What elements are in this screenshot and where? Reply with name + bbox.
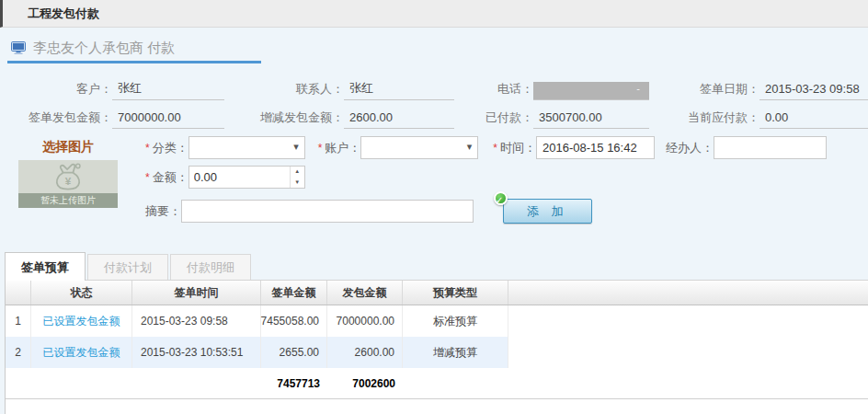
current-payable-value: 0.00	[760, 110, 868, 129]
image-placeholder[interactable]: ¥ 暂未上传图片	[18, 160, 118, 208]
amount-input[interactable]	[189, 167, 290, 188]
add-button[interactable]: ✓ 添 加	[503, 199, 592, 224]
phone-label: 电话：	[462, 81, 533, 100]
total-sign-amount: 7457713	[261, 368, 327, 398]
spinner-up-icon[interactable]: ▲	[291, 167, 304, 178]
paid-field: 已付款： 3500700.00	[462, 100, 657, 129]
status-link[interactable]: 已设置发包金额	[43, 345, 120, 361]
row-sign-amount: 2655.00	[261, 337, 327, 368]
current-payable-field: 当前应付款： 0.00	[657, 100, 868, 129]
row-status-cell: 已设置发包金额	[31, 337, 132, 368]
sign-contract-amount-label: 签单发包金额：	[0, 109, 112, 129]
table-row[interactable]: 2 已设置发包金额 2015-03-23 10:53:51 2655.00 26…	[6, 337, 868, 368]
window-titlebar: 工程发包付款	[0, 0, 868, 28]
status-link[interactable]: 已设置发包金额	[43, 314, 120, 329]
category-label: 分类：	[153, 140, 188, 156]
customer-value: 张红	[112, 80, 224, 100]
table-row[interactable]: 1 已设置发包金额 2015-03-23 09:58 7455058.00 70…	[6, 305, 868, 337]
header-sign-time: 签单时间	[132, 281, 261, 305]
spinner-down-icon[interactable]: ▼	[291, 178, 304, 189]
monitor-icon	[11, 41, 26, 54]
chevron-down-icon: ▾	[467, 141, 473, 153]
summary-label: 摘要：	[145, 203, 181, 220]
sign-contract-amount-value: 7000000.00	[112, 110, 224, 129]
row-index: 2	[6, 337, 31, 368]
header-filler	[508, 281, 868, 305]
add-button-label: 添 加	[527, 204, 568, 218]
row-sign-time: 2015-03-23 10:53:51	[132, 337, 261, 368]
operator-label: 经办人：	[666, 140, 714, 156]
sign-date-label: 签单日期：	[657, 81, 760, 100]
image-placeholder-caption: 暂未上传图片	[18, 193, 118, 208]
order-info-grid: 客户： 张红 联系人： 张红 电话： - 签单日期： 2015-03-23 09…	[0, 63, 868, 129]
required-mark: *	[493, 142, 497, 155]
tab-label: 签单预算	[21, 260, 69, 274]
paid-label: 已付款：	[462, 109, 533, 129]
section-header: 李忠友个人承包商 付款	[11, 38, 868, 58]
row-sign-time: 2015-03-23 09:58	[132, 305, 261, 337]
svg-text:¥: ¥	[65, 175, 72, 187]
required-mark: *	[318, 142, 323, 155]
header-status: 状态	[31, 281, 132, 305]
table-header-row: 状态 签单时间 签单金额 发包金额 预算类型	[6, 281, 868, 305]
adjust-contract-amount-field: 增减发包金额： 2600.00	[232, 100, 462, 129]
required-mark: *	[145, 171, 150, 184]
tab-payment-plan[interactable]: 付款计划	[87, 254, 168, 280]
summary-input[interactable]	[181, 200, 474, 223]
row-budget-type: 标准预算	[403, 305, 508, 337]
detail-tabs: 签单预算 付款计划 付款明细	[5, 251, 868, 280]
money-bag-icon: ¥	[48, 162, 88, 195]
row-status-cell: 已设置发包金额	[31, 305, 132, 337]
row-index: 1	[6, 305, 31, 337]
paid-value: 3500700.00	[533, 110, 649, 129]
row-budget-type: 增减预算	[403, 337, 508, 368]
adjust-contract-amount-label: 增减发包金额：	[232, 109, 344, 129]
time-label: 时间：	[500, 140, 536, 156]
operator-input[interactable]	[714, 136, 827, 159]
amount-stepper: ▲ ▼	[188, 166, 305, 189]
header-sign-amount: 签单金额	[261, 281, 327, 305]
choose-image-link[interactable]: 选择图片	[42, 139, 94, 155]
tab-label: 付款明细	[187, 260, 234, 274]
section-title: 李忠友个人承包商 付款	[33, 40, 175, 57]
header-index	[6, 281, 31, 305]
payment-entry-area: 选择图片 ¥ 暂未上传图片 * 分类： ▾ * 账户：	[0, 136, 868, 236]
chevron-down-icon: ▾	[293, 141, 299, 153]
row-filler	[508, 337, 868, 368]
sign-date-field: 签单日期： 2015-03-23 09:58	[657, 72, 868, 100]
time-input[interactable]	[536, 136, 655, 159]
tab-payment-detail[interactable]: 付款明细	[170, 254, 251, 280]
tab-label: 付款计划	[104, 260, 152, 274]
row-sign-amount: 7455058.00	[261, 305, 327, 337]
adjust-contract-amount-value: 2600.00	[344, 110, 454, 129]
image-upload-widget: 选择图片 ¥ 暂未上传图片	[18, 138, 118, 208]
page-title: 工程发包付款	[28, 6, 99, 22]
sign-date-value: 2015-03-23 09:58	[760, 82, 868, 100]
customer-label: 客户：	[0, 81, 112, 100]
contact-field: 联系人： 张红	[232, 72, 462, 100]
amount-label: 金额：	[153, 169, 188, 186]
row-contract-amount: 2600.00	[327, 337, 403, 368]
sign-contract-amount-field: 签单发包金额： 7000000.00	[0, 100, 232, 129]
phone-value-masked: -	[533, 82, 649, 100]
category-dropdown[interactable]: ▾	[188, 136, 305, 159]
phone-field: 电话： -	[462, 72, 657, 100]
row-contract-amount: 7000000.00	[327, 305, 403, 337]
app-window: 工程发包付款 李忠友个人承包商 付款 客户： 张红 联系人： 张红 电话： - …	[0, 0, 868, 414]
table-totals-row: 7457713 7002600	[6, 368, 868, 399]
tab-sign-budget[interactable]: 签单预算	[5, 252, 86, 281]
payment-form: * 分类： ▾ * 账户： ▾ * 时间： 经办人： * 金额：	[145, 136, 868, 224]
account-label: 账户：	[325, 140, 360, 156]
contact-label: 联系人：	[232, 81, 344, 100]
header-contract-amount: 发包金额	[327, 281, 403, 305]
total-contract-amount: 7002600	[327, 368, 403, 398]
contact-value: 张红	[344, 80, 454, 100]
row-filler	[508, 305, 868, 337]
budget-table-panel: 状态 签单时间 签单金额 发包金额 预算类型 1 已设置发包金额 2015-03…	[5, 280, 868, 414]
customer-field: 客户： 张红	[0, 72, 232, 100]
header-budget-type: 预算类型	[403, 281, 508, 305]
check-circle-icon: ✓	[494, 191, 508, 205]
account-dropdown[interactable]: ▾	[360, 136, 478, 159]
required-mark: *	[145, 142, 150, 155]
current-payable-label: 当前应付款：	[657, 109, 760, 129]
